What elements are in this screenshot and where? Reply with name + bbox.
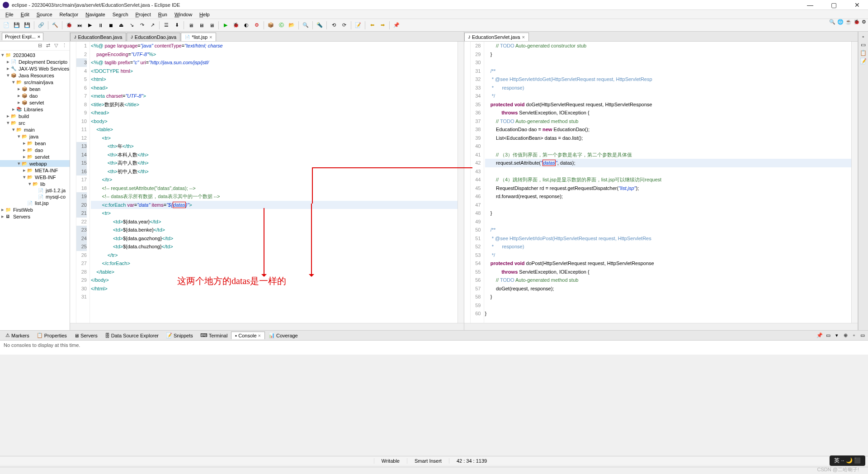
tree-item[interactable]: ▾📁20230403 — [0, 52, 70, 58]
close-icon[interactable]: × — [209, 34, 212, 40]
menu-search[interactable]: Search — [109, 11, 132, 18]
bottom-tab-snippets[interactable]: 📝Snippets — [162, 332, 197, 339]
perspective-jee[interactable]: 🌐 — [837, 19, 844, 25]
close-icon[interactable]: × — [38, 34, 40, 39]
tree-item[interactable]: ▾📂src/main/java — [0, 79, 70, 85]
editor-tab[interactable]: JEducationDao.java — [127, 33, 180, 41]
tree-item[interactable]: ▸📦servlet — [0, 99, 70, 106]
bottom-tab-markers[interactable]: ⚠Markers — [2, 332, 33, 339]
new-button[interactable]: 📄 — [2, 21, 11, 30]
perspective-debug[interactable]: 🐞 — [854, 19, 860, 25]
console-display-icon[interactable]: ▭ — [825, 332, 832, 338]
console-open-icon[interactable]: ▾ — [833, 332, 840, 338]
debug-last-button[interactable]: 🐞 — [231, 21, 241, 30]
tree-item[interactable]: ▸📁FirstWeb — [0, 206, 70, 213]
step-over-button[interactable]: ↷ — [137, 21, 146, 30]
java-editor-content[interactable]: // TODO Auto-generated constructor stub … — [484, 42, 852, 323]
tree-item[interactable]: 📄list.jsp — [0, 200, 70, 206]
coverage-last-button[interactable]: ◐ — [242, 21, 251, 30]
console-new-icon[interactable]: ⊕ — [842, 332, 849, 338]
link-editor-icon[interactable]: ⇄ — [44, 43, 52, 49]
console-pin-icon[interactable]: 📌 — [816, 332, 823, 338]
tree-item[interactable]: ▾📂webapp — [0, 160, 70, 167]
tree-item[interactable]: ▾📂src — [0, 119, 70, 126]
collapse-all-icon[interactable]: ⊟ — [36, 43, 43, 49]
tree-item[interactable]: ▾📂java — [0, 133, 70, 140]
tree-item[interactable]: ▸📚Libraries — [0, 106, 70, 113]
jsp-editor-content[interactable]: <%@ page language="java" contentType="te… — [90, 42, 458, 323]
open-type-button[interactable]: 🔍 — [301, 21, 310, 30]
menu-file[interactable]: File — [2, 11, 17, 18]
server-debug-button[interactable]: 🖥 — [197, 21, 206, 30]
save-button[interactable]: 💾 — [12, 21, 21, 30]
tree-item[interactable]: ▾📂lib — [0, 180, 70, 187]
tree-item[interactable]: 📄mysql-co — [0, 194, 70, 200]
back-button[interactable]: ⬅ — [368, 21, 377, 30]
outline-icon[interactable]: 📋 — [860, 50, 867, 56]
step-return-button[interactable]: ↗ — [148, 21, 157, 30]
editor-tab[interactable]: 📄*list.jsp× — [181, 33, 216, 41]
perspective-other[interactable]: ⚙ — [862, 19, 866, 25]
toggle-button[interactable]: 🔗 — [37, 21, 46, 30]
filter-icon[interactable]: ▽ — [52, 43, 60, 49]
minimize-view-icon[interactable]: ▫ — [862, 33, 864, 40]
tree-item[interactable]: ▸📄Deployment Descripto — [0, 58, 70, 65]
search-button[interactable]: 🔦 — [315, 21, 324, 30]
ime-indicator[interactable]: 英 ·· 🌙 ⬛ — [830, 455, 865, 466]
server-prof-button[interactable]: 🖥 — [207, 21, 216, 30]
tree-item[interactable]: ▸📦bean — [0, 85, 70, 92]
menu-help[interactable]: Help — [196, 11, 213, 18]
view-menu-icon[interactable]: ⋮ — [61, 43, 68, 49]
run-last-button[interactable]: ▶ — [221, 21, 230, 30]
quick-access-button[interactable]: 🔍 — [829, 19, 835, 25]
save-all-button[interactable]: 💾 — [23, 21, 32, 30]
tree-item[interactable]: ▸📂servlet — [0, 153, 70, 160]
stop-button[interactable]: ⏹ — [106, 21, 115, 30]
perspective-java[interactable]: ☕ — [845, 19, 852, 25]
bottom-tab-data-source-explorer[interactable]: 🗄Data Source Explorer — [101, 332, 162, 339]
step-into-button[interactable]: ↘ — [127, 21, 136, 30]
tree-item[interactable]: ▸📦dao — [0, 92, 70, 99]
menu-project[interactable]: Project — [132, 11, 155, 18]
skip-button[interactable]: ⏭ — [75, 21, 84, 30]
maximize-button[interactable]: ▢ — [826, 1, 842, 9]
tree-item[interactable]: ▸📂build — [0, 113, 70, 119]
restore-view-icon[interactable]: ▭ — [861, 42, 866, 48]
menu-window[interactable]: Window — [171, 11, 196, 18]
bottom-tab-coverage[interactable]: 📊Coverage — [265, 332, 302, 339]
console-min-icon[interactable]: ▫ — [850, 332, 858, 338]
editor-tab[interactable]: JEducationBean.java — [70, 33, 126, 41]
bottom-scrollbar[interactable] — [0, 467, 868, 474]
close-icon[interactable]: × — [522, 34, 524, 40]
menu-refactor[interactable]: Refactor — [56, 11, 82, 18]
annotation-next[interactable]: ⟳ — [340, 21, 349, 30]
minimize-button[interactable]: — — [802, 1, 818, 9]
bottom-tab-properties[interactable]: 📋Properties — [33, 332, 71, 339]
task-icon[interactable]: 📝 — [860, 58, 867, 64]
menu-run[interactable]: Run — [155, 11, 171, 18]
tree-item[interactable]: ▸📂META-INF — [0, 167, 70, 174]
tree-item[interactable]: 📄jstl-1.2.ja — [0, 187, 70, 194]
disconnect-button[interactable]: ⏏ — [117, 21, 126, 30]
tree-item[interactable]: ▸🔧JAX-WS Web Services — [0, 65, 70, 72]
tree-item[interactable]: ▾📂main — [0, 126, 70, 133]
menu-edit[interactable]: Edit — [17, 11, 33, 18]
bottom-tab-servers[interactable]: 🖥Servers — [71, 332, 101, 339]
forward-button[interactable]: ➡ — [378, 21, 387, 30]
new-folder-button[interactable]: 📂 — [287, 21, 296, 30]
close-button[interactable]: ✕ — [849, 1, 865, 9]
tree-item[interactable]: ▾📦Java Resources — [0, 72, 70, 79]
menu-navigate[interactable]: Navigate — [82, 11, 108, 18]
tree-item[interactable]: ▾📂WEB-INF — [0, 174, 70, 180]
tree-item[interactable]: ▸📂dao — [0, 147, 70, 153]
menu-source[interactable]: Source — [33, 11, 56, 18]
debug-button[interactable]: 🐞 — [65, 21, 74, 30]
tree-item[interactable]: ▸📂bean — [0, 140, 70, 147]
coverage-button[interactable]: ☰ — [162, 21, 171, 30]
explorer-tab[interactable]: Project Expl... × — [2, 33, 43, 40]
new-package-button[interactable]: 📦 — [266, 21, 275, 30]
project-tree[interactable]: ▾📁20230403▸📄Deployment Descripto▸🔧JAX-WS… — [0, 51, 70, 221]
resume-button[interactable]: ▶ — [85, 21, 94, 30]
build-button[interactable]: 🔨 — [51, 21, 60, 30]
editor-tab[interactable]: JEducationServlet.java× — [464, 33, 529, 41]
